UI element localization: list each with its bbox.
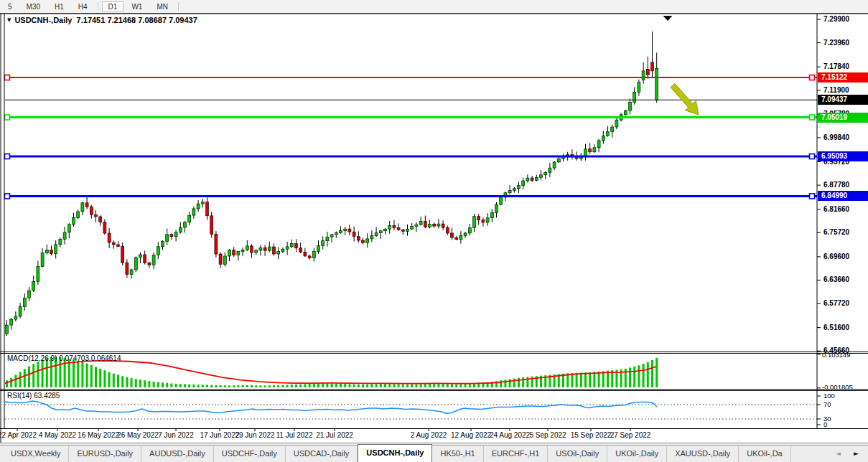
- price-axis-tick: 7.29900: [823, 15, 867, 24]
- down-triangle-marker[interactable]: [663, 16, 673, 21]
- rsi-axis-label: 100: [823, 392, 835, 400]
- tab-scroll-left-icon[interactable]: ◄: [836, 450, 841, 457]
- date-axis-label[interactable]: 4 May 2022: [39, 431, 76, 439]
- rsi-indicator: [4, 401, 817, 419]
- line-anchor-square[interactable]: [810, 154, 815, 159]
- price-axis-tick: 7.11900: [823, 86, 867, 95]
- macd-label: MACD(12,26,9) 0.074703 0.064614: [7, 354, 121, 362]
- price-line-label-6.84990: 6.84990: [818, 191, 868, 201]
- price-axis-tick: 6.63660: [823, 275, 867, 284]
- date-axis-label[interactable]: 2 Aug 2022: [411, 431, 447, 439]
- line-anchor-square[interactable]: [810, 115, 815, 120]
- line-anchor-square[interactable]: [810, 194, 815, 199]
- date-axis-label[interactable]: 16 May 2022: [78, 431, 119, 439]
- rsi-axis-label: 0: [823, 420, 827, 428]
- tab-audusd-daily[interactable]: AUDUSD-,Daily: [141, 446, 214, 462]
- line-anchor-square[interactable]: [5, 154, 10, 159]
- tab-usdchf-daily[interactable]: USDCHF-,Daily: [214, 446, 286, 462]
- tab-usdcnh-daily[interactable]: USDCNH-,Daily: [358, 444, 432, 462]
- trading-terminal: { "window": { "title_symbol": "USDCNH-,D…: [0, 0, 868, 462]
- price-axis-tick: 7.23960: [823, 39, 867, 47]
- symbol-dropdown-icon[interactable]: ▼: [7, 17, 11, 23]
- price-axis-tick: 7.17840: [823, 62, 867, 71]
- symbol-tab-bar: USDX,WeeklyEURUSD-,DailyAUDUSD-,DailyUSD…: [0, 445, 868, 462]
- tab-hk50-h1[interactable]: HK50-,H1: [432, 446, 483, 462]
- line-anchor-square[interactable]: [810, 75, 815, 80]
- date-axis-label[interactable]: 11 Jul 2022: [276, 431, 313, 439]
- chart-title-symbol: USDCNH-,Daily: [14, 16, 72, 24]
- tab-usdcad-daily[interactable]: USDCAD-,Daily: [286, 446, 358, 462]
- rsi-axis-label: 70: [823, 400, 831, 408]
- date-axis-label[interactable]: 17 Jun 2022: [200, 431, 239, 439]
- date-axis-label[interactable]: 5 Sep 2022: [529, 431, 566, 439]
- tab-eurusd-daily[interactable]: EURUSD-,Daily: [69, 446, 141, 462]
- tab-scroll-right-icon[interactable]: ►: [854, 450, 859, 457]
- price-axis-tick: 6.81660: [823, 205, 867, 214]
- date-axis-label[interactable]: 7 Jun 2022: [158, 431, 194, 439]
- rsi-line: [4, 401, 657, 414]
- line-anchor-square[interactable]: [5, 75, 10, 80]
- tab-eurchf-h1[interactable]: EURCHF-,H1: [484, 446, 549, 462]
- date-axis-label[interactable]: 29 Jun 2022: [235, 431, 274, 439]
- tab-ukoil-daily[interactable]: UKOil-,Daily: [607, 446, 667, 462]
- rsi-label: RSI(14) 63.4285: [7, 392, 60, 400]
- line-anchor-square[interactable]: [5, 115, 10, 120]
- price-line-label-7.05019: 7.05019: [818, 113, 868, 123]
- date-axis-label[interactable]: 26 May 2022: [117, 431, 159, 439]
- chart-title-ohlc: 7.17451 7.21468 7.08687 7.09437: [77, 16, 197, 24]
- date-axis-label[interactable]: 24 Aug 2022: [490, 431, 530, 439]
- price-axis-tick: 6.69600: [823, 253, 867, 261]
- tab-xauusd-daily[interactable]: XAUUSD-,Daily: [667, 446, 739, 462]
- price-line-label-6.95093: 6.95093: [818, 151, 868, 161]
- price-axis-tick: 6.57720: [823, 299, 867, 308]
- line-anchor-square[interactable]: [5, 194, 10, 199]
- price-axis-tick: 6.99840: [823, 133, 867, 142]
- date-axis-label[interactable]: 21 Jul 2022: [316, 431, 353, 439]
- macd-axis-min: -0.001805: [822, 383, 853, 391]
- chart-title: ▼USDCNH-,Daily 7.17451 7.21468 7.08687 7…: [7, 16, 197, 24]
- price-line-label-7.15122: 7.15122: [818, 72, 868, 82]
- chart-canvas: [0, 0, 868, 462]
- arrow-annotation[interactable]: [671, 83, 699, 115]
- price-axis-tick: 6.51600: [823, 324, 867, 332]
- price-axis-tick: 6.75720: [823, 228, 867, 237]
- tab-ukoil-da[interactable]: UKOil-,Da: [739, 446, 791, 462]
- tab-usdx-weekly[interactable]: USDX,Weekly: [3, 446, 69, 462]
- tab-usoil-daily[interactable]: USOil-,Daily: [548, 446, 607, 462]
- price-axis-tick: 6.87780: [823, 181, 867, 189]
- date-axis-label[interactable]: 15 Sep 2022: [571, 431, 612, 439]
- date-axis-label[interactable]: 12 Aug 2022: [451, 431, 491, 439]
- price-axis-tick: 6.45660: [823, 346, 867, 355]
- date-axis-label[interactable]: 22 Apr 2022: [0, 431, 37, 439]
- date-axis-label[interactable]: 27 Sep 2022: [610, 431, 651, 439]
- price-line-label-7.09437: 7.09437: [818, 95, 868, 105]
